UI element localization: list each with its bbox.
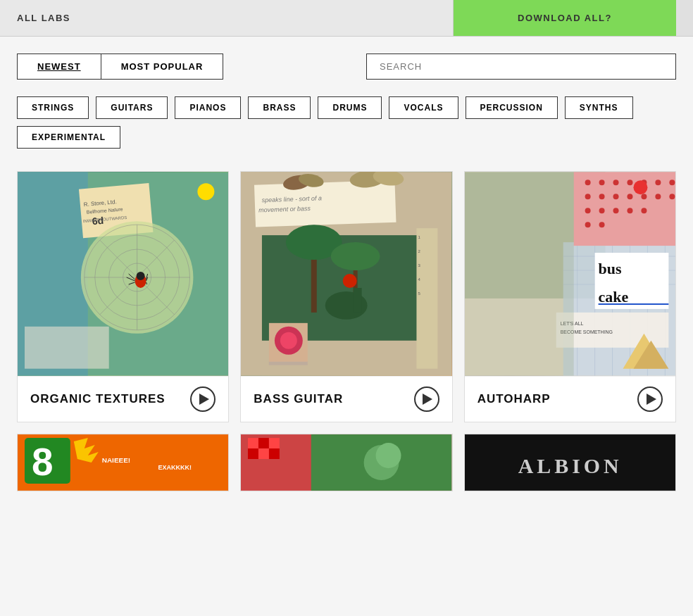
svg-rect-107 xyxy=(269,438,280,448)
tag-strings[interactable]: STRINGS xyxy=(17,96,89,119)
play-icon xyxy=(199,394,209,405)
svg-rect-41 xyxy=(354,288,362,313)
card-image-organic-textures: R. Store, Ltd. Bellhome Nature 6d INWARD… xyxy=(18,172,228,376)
filter-section: NEWEST MOST POPULAR STRINGS GUITARS PIAN… xyxy=(0,37,693,149)
svg-point-82 xyxy=(613,208,618,213)
svg-point-73 xyxy=(585,194,590,199)
tag-guitars[interactable]: GUITARS xyxy=(96,96,168,119)
svg-text:ALBION: ALBION xyxy=(518,454,622,477)
svg-point-78 xyxy=(655,194,661,199)
header: ALL LABS DOWNLOAD ALL? xyxy=(0,0,693,37)
play-button-bass-guitar[interactable] xyxy=(414,386,439,412)
card-albion[interactable]: ALBION xyxy=(464,434,676,491)
download-all-label: DOWNLOAD ALL? xyxy=(518,13,612,23)
tag-percussion[interactable]: PERCUSSION xyxy=(466,96,558,119)
svg-rect-28 xyxy=(254,180,397,227)
sort-most-popular-button[interactable]: MOST POPULAR xyxy=(101,54,224,80)
svg-rect-105 xyxy=(248,438,258,448)
svg-point-39 xyxy=(331,242,380,270)
card-4[interactable]: 8 NAIEEE! EXAKKKK! xyxy=(17,434,229,491)
svg-point-71 xyxy=(655,180,661,185)
svg-point-76 xyxy=(627,194,632,199)
svg-rect-109 xyxy=(258,448,269,459)
svg-point-66 xyxy=(585,180,590,185)
svg-point-77 xyxy=(641,194,647,199)
svg-text:8: 8 xyxy=(32,440,54,484)
svg-point-25 xyxy=(197,183,214,200)
svg-point-72 xyxy=(669,180,675,185)
play-icon-bass xyxy=(423,394,432,405)
grid-section: R. Store, Ltd. Bellhome Nature 6d INWARD… xyxy=(0,171,693,508)
svg-point-113 xyxy=(376,443,401,468)
svg-rect-106 xyxy=(258,438,269,448)
card-organic-textures[interactable]: R. Store, Ltd. Bellhome Nature 6d INWARD… xyxy=(17,171,229,422)
svg-point-68 xyxy=(613,180,618,185)
tag-drums[interactable]: DRUMS xyxy=(318,96,382,119)
svg-text:bus: bus xyxy=(598,260,621,277)
all-labs-label: ALL LABS xyxy=(17,13,70,23)
play-button-autoharp[interactable] xyxy=(637,386,663,412)
card-image-autoharp: bus cake LET'S ALL BECOME SOMETHING xyxy=(465,172,675,376)
svg-point-67 xyxy=(599,180,604,185)
card-title-autoharp: AUTOHARP xyxy=(477,392,551,406)
tag-experimental[interactable]: EXPERIMENTAL xyxy=(17,126,120,149)
card-image-albion: ALBION xyxy=(465,434,675,491)
svg-point-48 xyxy=(343,274,357,288)
svg-point-87 xyxy=(633,180,647,194)
search-input[interactable] xyxy=(366,54,676,80)
card-title-organic-textures: ORGANIC TEXTURES xyxy=(30,392,166,406)
card-grid: R. Store, Ltd. Bellhome Nature 6d INWARD… xyxy=(17,171,676,491)
svg-rect-97 xyxy=(465,172,574,375)
card-5[interactable] xyxy=(240,434,452,491)
card-image-5 xyxy=(241,434,451,491)
tag-vocals[interactable]: VOCALS xyxy=(389,96,458,119)
svg-point-81 xyxy=(599,208,604,213)
svg-point-69 xyxy=(627,180,632,185)
svg-point-84 xyxy=(641,208,647,213)
svg-point-18 xyxy=(137,272,145,280)
card-title-bass-guitar: BASS GUITAR xyxy=(254,392,343,406)
card-image-bass-guitar: speaks line - sort of a movement or bass xyxy=(241,172,451,376)
svg-point-80 xyxy=(585,208,590,213)
tags-row: STRINGS GUITARS PIANOS BRASS DRUMS VOCAL… xyxy=(17,96,676,149)
tag-pianos[interactable]: PIANOS xyxy=(175,96,241,119)
svg-rect-26 xyxy=(25,327,109,369)
svg-point-85 xyxy=(585,222,590,227)
svg-text:NAIEEE!: NAIEEE! xyxy=(102,456,130,464)
tag-synths[interactable]: SYNTHS xyxy=(565,96,633,119)
svg-text:cake: cake xyxy=(598,288,628,306)
svg-point-74 xyxy=(599,194,604,199)
card-autoharp[interactable]: bus cake LET'S ALL BECOME SOMETHING AUTO xyxy=(464,171,676,422)
play-button-organic-textures[interactable] xyxy=(190,386,216,412)
sort-search-row: NEWEST MOST POPULAR xyxy=(17,54,676,80)
svg-rect-108 xyxy=(248,448,258,459)
card-footer-organic-textures: ORGANIC TEXTURES xyxy=(18,376,228,422)
svg-point-83 xyxy=(627,208,632,213)
card-footer-bass-guitar: BASS GUITAR xyxy=(241,376,451,422)
sort-buttons: NEWEST MOST POPULAR xyxy=(17,54,223,80)
all-labs-nav[interactable]: ALL LABS xyxy=(0,0,454,36)
svg-point-51 xyxy=(280,332,297,349)
sort-newest-button[interactable]: NEWEST xyxy=(17,54,101,80)
svg-rect-110 xyxy=(269,448,280,459)
header-spacer xyxy=(676,0,693,36)
tag-brass[interactable]: BRASS xyxy=(248,96,311,119)
svg-point-75 xyxy=(613,194,618,199)
card-image-4: 8 NAIEEE! EXAKKKK! xyxy=(18,434,228,491)
download-all-button[interactable]: DOWNLOAD ALL? xyxy=(454,0,676,36)
svg-rect-52 xyxy=(269,362,308,365)
card-footer-autoharp: AUTOHARP xyxy=(465,376,675,422)
card-bass-guitar[interactable]: speaks line - sort of a movement or bass xyxy=(240,171,452,422)
svg-point-86 xyxy=(599,222,604,227)
play-icon-autoharp xyxy=(647,394,656,405)
svg-text:EXAKKKK!: EXAKKKK! xyxy=(158,464,192,471)
svg-point-79 xyxy=(669,194,675,199)
